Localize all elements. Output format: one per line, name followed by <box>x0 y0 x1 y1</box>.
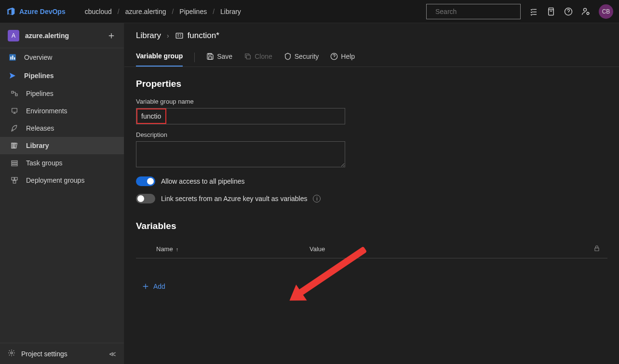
user-settings-icon[interactable] <box>581 7 590 16</box>
crumb-library[interactable]: Library <box>136 31 161 40</box>
name-label: Variable group name <box>136 98 607 105</box>
releases-icon <box>10 124 19 132</box>
marketplace-icon[interactable] <box>547 7 555 16</box>
svg-rect-26 <box>595 248 599 251</box>
variables-header-row: Name ↑ Value <box>136 240 607 258</box>
global-search[interactable] <box>426 4 521 19</box>
save-label: Save <box>217 53 232 60</box>
library-icon <box>10 142 19 149</box>
crumb-current: function* <box>175 31 219 40</box>
svg-rect-8 <box>14 57 15 60</box>
tab-variable-group[interactable]: Variable group <box>136 48 183 67</box>
breadcrumb-section[interactable]: Pipelines <box>179 8 207 15</box>
add-variable-button[interactable]: Add <box>136 283 607 290</box>
plus-icon <box>142 283 149 290</box>
toggle-allow-access: Allow access to all pipelines <box>136 176 607 186</box>
svg-rect-9 <box>12 91 13 93</box>
sidebar-item-environments[interactable]: Environments <box>0 102 124 120</box>
info-icon[interactable]: i <box>313 195 321 202</box>
svg-rect-18 <box>15 177 17 180</box>
svg-rect-15 <box>12 162 17 164</box>
svg-point-20 <box>11 352 13 354</box>
breadcrumb-project[interactable]: azure.alerting <box>125 8 166 15</box>
properties-heading: Properties <box>136 79 607 89</box>
column-value[interactable]: Value <box>310 245 586 253</box>
clone-label: Clone <box>255 53 272 60</box>
svg-point-3 <box>584 8 587 11</box>
description-input[interactable] <box>136 141 345 167</box>
sidebar-item-pipelines[interactable]: Pipelines <box>0 67 124 85</box>
sidebar-item-releases[interactable]: Releases <box>0 120 124 137</box>
security-label: Security <box>295 53 319 60</box>
svg-rect-17 <box>12 177 14 180</box>
help-circle-icon <box>330 53 338 60</box>
variables-table: Name ↑ Value <box>136 240 607 258</box>
clone-icon <box>244 53 252 60</box>
help-button[interactable]: Help <box>330 49 355 66</box>
sidebar-item-label: Overview <box>24 54 52 61</box>
tabs-divider <box>194 53 195 62</box>
column-lock <box>586 245 607 253</box>
desc-label: Description <box>136 131 607 138</box>
name-highlight <box>136 108 166 124</box>
sidebar-item-label: Task groups <box>26 159 62 167</box>
toggle-link-keyvault: Link secrets from an Azure key vault as … <box>136 194 607 203</box>
variables-heading: Variables <box>136 221 607 231</box>
svg-rect-6 <box>11 57 12 60</box>
breadcrumb-page[interactable]: Library <box>220 8 241 15</box>
task-list-icon[interactable] <box>529 7 538 16</box>
sidebar-item-label: Environments <box>26 107 67 115</box>
help-label: Help <box>341 53 355 60</box>
environments-icon <box>10 107 19 115</box>
sidebar-item-overview[interactable]: Overview <box>0 48 124 67</box>
product-logo[interactable]: Azure DevOps <box>6 7 66 16</box>
sidebar-item-label: Deployment groups <box>26 176 84 184</box>
name-input[interactable] <box>137 109 165 123</box>
toggle-allow-access-switch[interactable] <box>136 176 155 186</box>
main-content: Library › function* Variable group Save … <box>124 23 619 364</box>
sidebar-item-label: Library <box>26 142 49 149</box>
sidebar-item-library[interactable]: Library <box>0 137 124 154</box>
pipelines-icon <box>8 71 17 80</box>
toggle-link-keyvault-label: Link secrets from an Azure key vault as … <box>161 195 307 202</box>
svg-rect-16 <box>12 164 17 166</box>
new-item-button[interactable]: ＋ <box>107 29 116 42</box>
toggle-link-keyvault-switch[interactable] <box>136 194 155 203</box>
name-input-wrapper <box>136 108 345 124</box>
project-header[interactable]: A azure.alerting ＋ <box>0 23 124 48</box>
sidebar-item-taskgroups[interactable]: Task groups <box>0 154 124 172</box>
product-name: Azure DevOps <box>19 8 66 15</box>
save-button[interactable]: Save <box>206 49 232 66</box>
svg-rect-11 <box>12 108 17 112</box>
save-icon <box>206 53 214 60</box>
security-button[interactable]: Security <box>284 49 319 66</box>
topbar: Azure DevOps cbucloud / azure.alerting /… <box>0 0 619 23</box>
column-name[interactable]: Name ↑ <box>136 245 310 253</box>
sidebar-item-label: Releases <box>26 124 54 132</box>
sidebar-item-deploygroups[interactable]: Deployment groups <box>0 172 124 189</box>
project-name: azure.alerting <box>25 32 101 40</box>
add-label: Add <box>153 283 165 290</box>
crumb-current-label: function* <box>188 31 219 40</box>
clone-button: Clone <box>244 49 272 66</box>
svg-rect-21 <box>176 33 183 39</box>
lock-icon <box>593 245 600 252</box>
breadcrumb-org[interactable]: cbucloud <box>85 8 112 15</box>
project-badge: A <box>8 30 19 41</box>
azure-devops-icon <box>6 7 15 16</box>
breadcrumb-sep: / <box>172 8 174 15</box>
avatar[interactable]: CB <box>599 4 613 19</box>
column-value-label: Value <box>310 245 325 253</box>
shield-icon <box>284 53 292 60</box>
project-settings[interactable]: Project settings ≪ <box>0 343 124 364</box>
breadcrumb-sep: / <box>118 8 120 15</box>
sidebar-item-label: Pipelines <box>26 90 54 97</box>
svg-rect-12 <box>12 143 13 148</box>
sidebar-item-pipelines-sub[interactable]: Pipelines <box>0 85 124 102</box>
breadcrumb: cbucloud / azure.alerting / Pipelines / … <box>85 8 241 15</box>
help-icon[interactable] <box>564 7 573 16</box>
collapse-sidebar-icon[interactable]: ≪ <box>109 350 116 358</box>
taskgroups-icon <box>10 159 19 167</box>
breadcrumb-sep: / <box>213 8 215 15</box>
search-input[interactable] <box>435 8 520 15</box>
